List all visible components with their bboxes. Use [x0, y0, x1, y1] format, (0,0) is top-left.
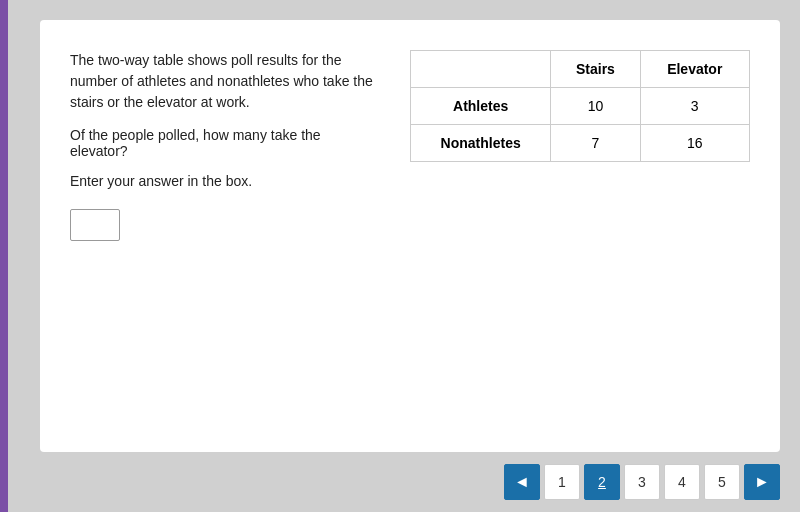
table-cell-nonathletes-stairs: 7 [551, 125, 640, 162]
table-cell-athletes-elevator: 3 [640, 88, 749, 125]
table-cell-nonathletes-elevator: 16 [640, 125, 749, 162]
pagination-next-button[interactable]: ► [744, 464, 780, 500]
table-header-stairs: Stairs [551, 51, 640, 88]
left-section: The two-way table shows poll results for… [70, 50, 380, 422]
pagination-page-5[interactable]: 5 [704, 464, 740, 500]
table-cell-nonathletes-label: Nonathletes [411, 125, 551, 162]
answer-input[interactable] [70, 209, 120, 241]
table-row: Athletes 10 3 [411, 88, 750, 125]
pagination-page-4[interactable]: 4 [664, 464, 700, 500]
pagination-page-2[interactable]: 2 [584, 464, 620, 500]
question-description: The two-way table shows poll results for… [70, 50, 380, 113]
table-cell-athletes-stairs: 10 [551, 88, 640, 125]
pagination: ◄ 1 2 3 4 5 ► [504, 464, 780, 500]
pagination-page-3[interactable]: 3 [624, 464, 660, 500]
main-card: The two-way table shows poll results for… [40, 20, 780, 452]
table-row: Nonathletes 7 16 [411, 125, 750, 162]
table-header-elevator: Elevator [640, 51, 749, 88]
pagination-prev-button[interactable]: ◄ [504, 464, 540, 500]
right-section: Stairs Elevator Athletes 10 3 Nonathlete… [410, 50, 750, 422]
pagination-page-1[interactable]: 1 [544, 464, 580, 500]
page-container: The two-way table shows poll results for… [0, 0, 800, 512]
table-cell-athletes-label: Athletes [411, 88, 551, 125]
table-header-empty [411, 51, 551, 88]
data-table: Stairs Elevator Athletes 10 3 Nonathlete… [410, 50, 750, 162]
left-accent-bar [0, 0, 8, 512]
sub-question: Of the people polled, how many take the … [70, 127, 380, 159]
instruction-text: Enter your answer in the box. [70, 173, 380, 189]
